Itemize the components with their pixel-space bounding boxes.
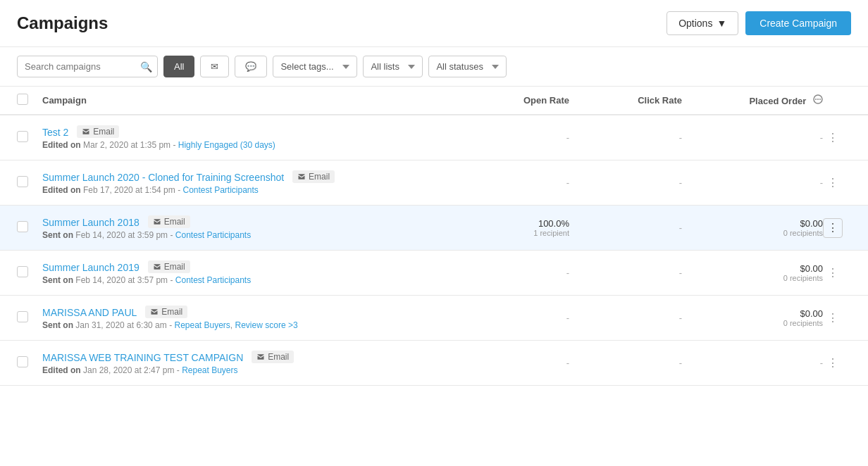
row-checkbox-cell xyxy=(17,176,42,189)
statuses-select[interactable]: All statuses xyxy=(428,56,507,77)
placed-order-sub: 0 recipients xyxy=(682,319,823,327)
campaign-info: MARISSA WEB TRAINING TEST CAMPAIGN Email… xyxy=(42,351,457,375)
click-rate-cell: - xyxy=(569,177,682,188)
table-row: MARISSA AND PAUL Email Sent on Jan 31, 2… xyxy=(0,296,868,341)
placed-order-cell: - xyxy=(682,358,823,368)
create-campaign-button[interactable]: Create Campaign xyxy=(745,11,851,35)
open-rate-value: 100.0% xyxy=(538,218,569,229)
row-checkbox-cell xyxy=(17,266,42,279)
open-rate-cell: - xyxy=(457,358,569,368)
placed-order-cell: - xyxy=(682,177,823,188)
campaign-name-row: MARISSA AND PAUL Email xyxy=(42,306,457,318)
campaign-info: Summer Launch 2018 Email Sent on Feb 14,… xyxy=(42,215,457,240)
toolbar: 🔍 All ✉ 💬 Select tags... All lists All s… xyxy=(0,47,868,87)
select-all-cell xyxy=(17,94,42,107)
campaign-meta-action: Sent on xyxy=(42,320,73,330)
campaign-name-row: Summer Launch 2018 Email xyxy=(42,215,457,228)
campaign-tag: Repeat Buyers xyxy=(182,365,237,375)
campaign-name-row: Test 2 Email xyxy=(42,125,457,138)
open-rate-cell: - xyxy=(457,267,569,278)
placed-order-amount: $0.00 xyxy=(800,263,823,274)
campaign-meta: Sent on Jan 31, 2020 at 6:30 am - Repeat… xyxy=(42,320,457,330)
campaign-name-row: MARISSA WEB TRAINING TEST CAMPAIGN Email xyxy=(42,351,457,363)
campaign-badge: Email xyxy=(292,170,335,183)
campaign-meta-date: Feb 14, 2020 at 3:59 pm xyxy=(75,230,168,240)
campaign-tag: Contest Participants xyxy=(175,275,251,285)
search-wrapper: 🔍 xyxy=(17,56,158,77)
select-all-checkbox[interactable] xyxy=(17,94,28,105)
row-checkbox[interactable] xyxy=(17,176,28,187)
filter-sms-button[interactable]: 💬 xyxy=(235,56,267,77)
campaign-name-link[interactable]: MARISSA WEB TRAINING TEST CAMPAIGN xyxy=(42,352,243,363)
campaign-badge: Email xyxy=(148,260,190,273)
campaign-badge: Email xyxy=(77,125,119,138)
campaign-name-link[interactable]: Summer Launch 2020 - Cloned for Training… xyxy=(42,172,284,183)
click-rate-cell: - xyxy=(569,267,682,278)
table-row: Test 2 Email Edited on Mar 2, 2020 at 1:… xyxy=(0,115,868,160)
campaign-name-link[interactable]: MARISSA AND PAUL xyxy=(42,307,137,318)
click-rate-cell: - xyxy=(569,358,682,368)
row-checkbox[interactable] xyxy=(17,311,28,322)
tags-select[interactable]: Select tags... xyxy=(273,56,357,77)
row-checkbox-cell xyxy=(17,311,42,325)
svg-point-2 xyxy=(817,99,819,100)
campaign-tag: Contest Participants xyxy=(182,185,258,195)
table-row: Summer Launch 2019 Email Sent on Feb 14,… xyxy=(0,251,868,296)
header-actions: Options ▼ Create Campaign xyxy=(666,11,851,35)
row-checkbox[interactable] xyxy=(17,266,28,277)
more-actions-button[interactable]: ⋮ xyxy=(823,128,843,148)
lists-select[interactable]: All lists xyxy=(363,56,423,77)
campaign-meta-action: Edited on xyxy=(42,365,81,375)
more-actions-button[interactable]: ⋮ xyxy=(823,308,843,328)
click-rate-cell: - xyxy=(569,222,682,233)
filter-email-button[interactable]: ✉ xyxy=(200,56,229,77)
row-checkbox-cell xyxy=(17,131,42,144)
row-checkbox[interactable] xyxy=(17,356,28,367)
page-title: Campaigns xyxy=(17,13,108,33)
options-label: Options xyxy=(678,18,712,29)
col-click-rate-label: Click Rate xyxy=(569,95,682,106)
placed-order-settings-icon[interactable] xyxy=(813,94,823,104)
search-icon[interactable]: 🔍 xyxy=(140,61,152,73)
campaign-info: Summer Launch 2019 Email Sent on Feb 14,… xyxy=(42,260,457,285)
campaign-badge: Email xyxy=(148,215,190,228)
campaign-name-link[interactable]: Test 2 xyxy=(42,127,68,138)
search-input[interactable] xyxy=(17,56,158,77)
more-actions-button[interactable]: ⋮ xyxy=(823,353,843,373)
row-checkbox[interactable] xyxy=(17,221,28,232)
table-header: Campaign Open Rate Click Rate Placed Ord… xyxy=(0,87,868,115)
row-checkbox-cell xyxy=(17,356,42,370)
campaign-meta: Sent on Feb 14, 2020 at 3:57 pm - Contes… xyxy=(42,275,457,285)
campaigns-list: Test 2 Email Edited on Mar 2, 2020 at 1:… xyxy=(0,115,868,386)
campaign-tag: Highly Engaged (30 days) xyxy=(178,140,275,150)
more-actions-button[interactable]: ⋮ xyxy=(823,263,843,283)
row-actions-cell: ⋮ xyxy=(823,308,851,328)
row-checkbox-cell xyxy=(17,221,42,234)
campaign-info: Test 2 Email Edited on Mar 2, 2020 at 1:… xyxy=(42,125,457,150)
more-actions-button[interactable]: ⋮ xyxy=(823,173,843,193)
placed-order-sub: 0 recipients xyxy=(682,229,823,237)
campaign-meta-action: Edited on xyxy=(42,185,81,195)
campaign-info: MARISSA AND PAUL Email Sent on Jan 31, 2… xyxy=(42,306,457,330)
svg-point-3 xyxy=(819,99,821,100)
placed-order-sub: 0 recipients xyxy=(682,274,823,282)
placed-order-cell: $0.000 recipients xyxy=(682,218,823,237)
row-checkbox[interactable] xyxy=(17,131,28,142)
col-open-rate-label: Open Rate xyxy=(457,95,569,106)
campaign-name-link[interactable]: Summer Launch 2019 xyxy=(42,262,140,273)
campaign-info: Summer Launch 2020 - Cloned for Training… xyxy=(42,170,457,195)
campaign-name-link[interactable]: Summer Launch 2018 xyxy=(42,217,140,228)
options-button[interactable]: Options ▼ xyxy=(666,11,738,35)
col-campaign-label: Campaign xyxy=(42,95,457,106)
table-row: MARISSA WEB TRAINING TEST CAMPAIGN Email… xyxy=(0,341,868,386)
filter-all-button[interactable]: All xyxy=(163,56,194,77)
click-rate-cell: - xyxy=(569,132,682,143)
placed-order-cell: $0.000 recipients xyxy=(682,308,823,327)
row-actions-cell: ⋮ xyxy=(823,218,851,238)
more-actions-button[interactable]: ⋮ xyxy=(823,218,843,238)
campaign-tag: Repeat Buyers xyxy=(174,320,230,330)
campaign-meta-separator: - xyxy=(170,275,175,285)
table-row: Summer Launch 2020 - Cloned for Training… xyxy=(0,160,868,206)
campaign-meta: Edited on Mar 2, 2020 at 1:35 pm - Highl… xyxy=(42,140,457,150)
campaign-badge: Email xyxy=(252,351,294,363)
